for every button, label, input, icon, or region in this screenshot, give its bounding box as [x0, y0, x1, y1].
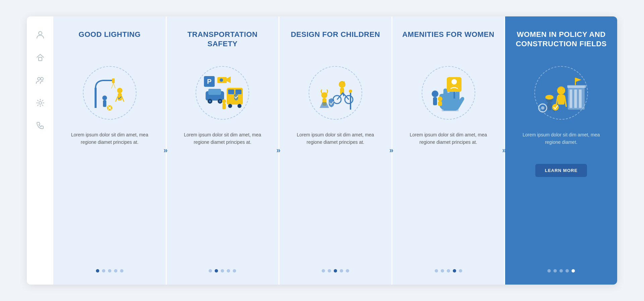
dot-3 [108, 269, 111, 273]
dot-4 [566, 269, 569, 273]
learn-more-button[interactable]: LEARN MORE [535, 164, 587, 177]
dot-3 [334, 269, 337, 273]
user-icon[interactable] [34, 28, 46, 41]
card-desc-design-for-children: Lorem ipsum dolor sit dim amet, mea regi… [289, 131, 382, 158]
illustration-transportation-safety: P [192, 63, 253, 123]
dot-1 [209, 269, 212, 273]
card-desc-transportation-safety: Lorem ipsum dolor sit dim amet, mea regi… [176, 131, 269, 158]
illustration-amenities-for-women [418, 63, 479, 123]
card-desc-good-lighting: Lorem ipsum dolor sit dim amet, mea regi… [63, 131, 156, 158]
arrow-1: » [158, 140, 173, 161]
dot-5 [233, 269, 236, 273]
settings-icon[interactable] [34, 97, 46, 109]
dot-3 [559, 269, 563, 273]
dot-2 [102, 269, 105, 273]
dot-1 [435, 269, 438, 273]
dot-1 [547, 269, 551, 273]
app-container: GOOD LIGHTING [27, 16, 617, 285]
svg-point-2 [38, 77, 40, 80]
dots-transportation-safety [209, 269, 236, 273]
dot-5 [346, 269, 349, 273]
dot-1 [96, 269, 99, 273]
card-transportation-safety: TRANSPORTATION SAFETY P [167, 16, 280, 285]
phone-icon[interactable] [34, 120, 46, 132]
svg-point-4 [39, 102, 42, 104]
dot-4 [453, 269, 456, 273]
dot-2 [215, 269, 218, 273]
dot-3 [221, 269, 224, 273]
dot-5 [572, 269, 575, 273]
svg-rect-1 [39, 57, 42, 61]
dot-4 [340, 269, 343, 273]
illustration-women-in-policy [531, 63, 591, 123]
dot-4 [227, 269, 230, 273]
dot-5 [120, 269, 123, 273]
dots-good-lighting [96, 269, 123, 273]
illustration-design-for-children [305, 63, 366, 123]
card-amenities-for-women: AMENITIES FOR WOMEN [392, 16, 505, 285]
card-title-good-lighting: GOOD LIGHTING [78, 30, 141, 57]
card-design-for-children: DESIGN FOR CHILDREN [279, 16, 392, 285]
illustration-good-lighting [79, 63, 140, 123]
card-desc-women-in-policy: Lorem ipsum dolor sit dim amet, mea regi… [515, 131, 608, 158]
card-desc-amenities-for-women: Lorem ipsum dolor sit dim amet, mea regi… [402, 131, 495, 158]
dot-2 [553, 269, 557, 273]
dot-2 [328, 269, 331, 273]
arrow-2: » [271, 140, 286, 161]
dot-3 [447, 269, 450, 273]
card-title-design-for-children: DESIGN FOR CHILDREN [291, 30, 380, 57]
svg-point-0 [39, 32, 42, 35]
cards-container: GOOD LIGHTING [54, 16, 617, 285]
sidebar [27, 16, 54, 285]
card-title-amenities-for-women: AMENITIES FOR WOMEN [402, 30, 494, 57]
dot-5 [459, 269, 462, 273]
svg-point-3 [41, 77, 43, 80]
card-women-in-policy: WOMEN IN POLICY AND CONSTRUCTION FIELDS [505, 16, 617, 285]
card-title-transportation-safety: TRANSPORTATION SAFETY [176, 30, 269, 57]
dots-women-in-policy [547, 269, 575, 273]
dots-design-for-children [322, 269, 349, 273]
dot-1 [322, 269, 325, 273]
dot-4 [114, 269, 117, 273]
people-icon[interactable] [34, 74, 46, 86]
home-icon[interactable] [34, 51, 46, 63]
arrow-4: » [497, 140, 512, 161]
arrow-3: » [384, 140, 399, 161]
card-title-women-in-policy: WOMEN IN POLICY AND CONSTRUCTION FIELDS [515, 30, 608, 57]
dot-2 [441, 269, 444, 273]
card-good-lighting: GOOD LIGHTING [54, 16, 167, 285]
dots-amenities-for-women [435, 269, 462, 273]
